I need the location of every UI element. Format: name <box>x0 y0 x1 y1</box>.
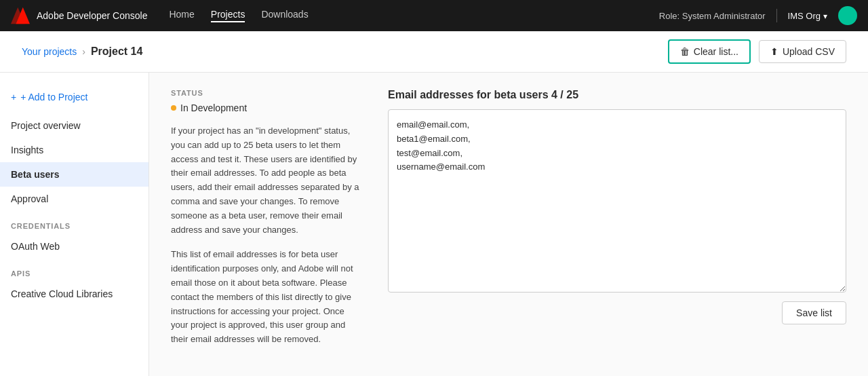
upload-csv-label: Upload CSV <box>783 46 835 57</box>
nav-projects[interactable]: Projects <box>211 9 245 22</box>
nav-right: Role: System Administrator IMS Org <box>659 6 857 25</box>
apis-section-label: APIS <box>0 259 149 282</box>
info-paragraph-2: This list of email addresses is for beta… <box>171 248 361 347</box>
org-selector[interactable]: IMS Org <box>788 11 827 21</box>
status-badge: In Development <box>171 102 361 113</box>
breadcrumb: Your projects › Project 14 <box>22 45 142 58</box>
oauth-web-label: OAuth Web <box>11 241 60 252</box>
clear-list-button[interactable]: 🗑 Clear list... <box>668 39 751 64</box>
status-value: In Development <box>180 102 247 113</box>
creative-cloud-label: Creative Cloud Libraries <box>11 288 113 299</box>
breadcrumb-actions: 🗑 Clear list... ⬆ Upload CSV <box>668 39 846 64</box>
user-role: Role: System Administrator <box>659 11 766 21</box>
adobe-icon <box>11 6 30 25</box>
breadcrumb-parent[interactable]: Your projects <box>22 46 77 57</box>
trash-icon: 🗑 <box>680 46 690 57</box>
user-avatar[interactable] <box>838 6 857 25</box>
breadcrumb-separator: › <box>82 46 85 57</box>
add-to-project-label: + Add to Project <box>20 92 87 102</box>
breadcrumb-current: Project 14 <box>91 45 142 58</box>
app-name: Adobe Developer Console <box>37 10 147 21</box>
info-panel: STATUS In Development If your project ha… <box>171 89 361 366</box>
org-name: IMS Org <box>788 11 821 21</box>
main-layout: + + Add to Project Project overview Insi… <box>0 73 868 376</box>
add-to-project-button[interactable]: + + Add to Project <box>0 86 98 113</box>
sidebar-item-creative-cloud[interactable]: Creative Cloud Libraries <box>0 282 149 306</box>
upload-csv-button[interactable]: ⬆ Upload CSV <box>759 40 846 63</box>
sidebar-item-project-overview[interactable]: Project overview <box>0 113 149 138</box>
app-logo: Adobe Developer Console <box>11 6 147 25</box>
nav-downloads[interactable]: Downloads <box>261 9 308 22</box>
email-textarea[interactable]: email@email.com, beta1@email.com, test@e… <box>388 109 846 293</box>
sidebar-insights-label: Insights <box>11 145 43 155</box>
credentials-section-label: CREDENTIALS <box>0 211 149 234</box>
sidebar-item-beta-users[interactable]: Beta users <box>0 162 149 187</box>
nav-home[interactable]: Home <box>169 9 194 22</box>
upload-icon: ⬆ <box>770 46 778 57</box>
sidebar-item-oauth-web[interactable]: OAuth Web <box>0 234 149 259</box>
info-paragraph-1: If your project has an "in development" … <box>171 124 361 237</box>
nav-divider <box>776 9 777 22</box>
chevron-down-icon <box>823 11 827 21</box>
main-content: STATUS In Development If your project ha… <box>149 73 868 376</box>
save-list-button[interactable]: Save list <box>782 301 846 324</box>
sidebar-item-insights[interactable]: Insights <box>0 138 149 162</box>
clear-list-label: Clear list... <box>694 46 738 57</box>
sidebar-approval-label: Approval <box>11 193 48 204</box>
breadcrumb-bar: Your projects › Project 14 🗑 Clear list.… <box>0 31 868 73</box>
status-label: STATUS <box>171 89 361 97</box>
sidebar-beta-users-label: Beta users <box>11 169 60 180</box>
nav-links: Home Projects Downloads <box>169 9 658 22</box>
plus-icon: + <box>11 92 16 102</box>
sidebar-project-overview-label: Project overview <box>11 120 81 131</box>
sidebar-item-approval[interactable]: Approval <box>0 187 149 211</box>
email-panel: Email addresses for beta users 4 / 25 em… <box>388 89 846 366</box>
email-panel-title: Email addresses for beta users 4 / 25 <box>388 89 846 101</box>
top-navigation: Adobe Developer Console Home Projects Do… <box>0 0 868 31</box>
status-dot-icon <box>171 105 176 111</box>
sidebar: + + Add to Project Project overview Insi… <box>0 73 149 376</box>
save-list-row: Save list <box>388 301 846 324</box>
